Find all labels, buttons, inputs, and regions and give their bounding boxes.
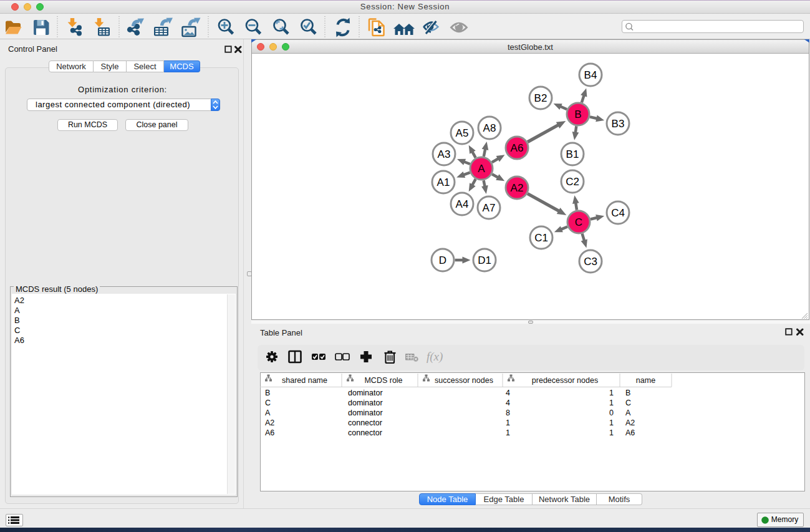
svg-text:A2: A2 — [265, 418, 274, 427]
svg-text:1: 1 — [609, 399, 614, 407]
svg-text:1: 1 — [609, 418, 614, 427]
svg-text:connector: connector — [348, 428, 382, 437]
svg-text:8: 8 — [506, 409, 510, 417]
svg-text:A6: A6 — [511, 142, 524, 154]
svg-text:A: A — [265, 409, 271, 417]
svg-text:MCDS role: MCDS role — [364, 376, 402, 385]
svg-text:C2: C2 — [566, 176, 579, 188]
svg-text:C: C — [575, 216, 582, 228]
svg-text:A4: A4 — [456, 198, 469, 210]
svg-text:C3: C3 — [584, 256, 597, 268]
svg-text:C: C — [265, 399, 271, 407]
svg-text:0: 0 — [609, 409, 614, 417]
svg-text:A5: A5 — [456, 127, 469, 139]
svg-text:1: 1 — [506, 428, 510, 437]
svg-text:A2: A2 — [511, 182, 524, 194]
svg-text:1: 1 — [506, 418, 510, 427]
svg-text:A8: A8 — [483, 122, 496, 134]
svg-text:A6: A6 — [265, 428, 274, 437]
svg-text:A2: A2 — [625, 418, 635, 427]
svg-text:C1: C1 — [534, 232, 548, 244]
svg-text:B: B — [265, 389, 270, 397]
svg-text:1: 1 — [609, 428, 614, 437]
svg-text:A7: A7 — [483, 202, 496, 214]
svg-text:B: B — [574, 109, 581, 120]
svg-text:A: A — [625, 409, 631, 417]
svg-text:C: C — [625, 399, 631, 407]
svg-text:D: D — [439, 254, 446, 266]
svg-text:A3: A3 — [438, 148, 451, 160]
svg-text:B2: B2 — [534, 92, 547, 104]
svg-text:B: B — [625, 389, 630, 397]
svg-text:B3: B3 — [612, 118, 625, 130]
svg-text:C4: C4 — [611, 207, 625, 219]
svg-text:4: 4 — [506, 389, 510, 397]
svg-text:dominator: dominator — [348, 409, 383, 417]
svg-text:A1: A1 — [437, 177, 450, 188]
svg-text:B4: B4 — [584, 69, 597, 81]
svg-text:B1: B1 — [566, 148, 579, 160]
svg-text:connector: connector — [348, 418, 382, 427]
svg-text:A: A — [478, 163, 485, 175]
svg-text:predecessor nodes: predecessor nodes — [532, 376, 598, 385]
svg-text:A6: A6 — [625, 428, 635, 437]
svg-text:4: 4 — [506, 399, 510, 407]
svg-text:dominator: dominator — [348, 399, 383, 407]
svg-text:name: name — [636, 376, 655, 385]
svg-text:dominator: dominator — [348, 389, 383, 397]
svg-text:1: 1 — [609, 389, 614, 397]
svg-text:successor nodes: successor nodes — [435, 376, 493, 385]
svg-text:D1: D1 — [478, 254, 491, 266]
svg-text:shared name: shared name — [282, 376, 327, 385]
